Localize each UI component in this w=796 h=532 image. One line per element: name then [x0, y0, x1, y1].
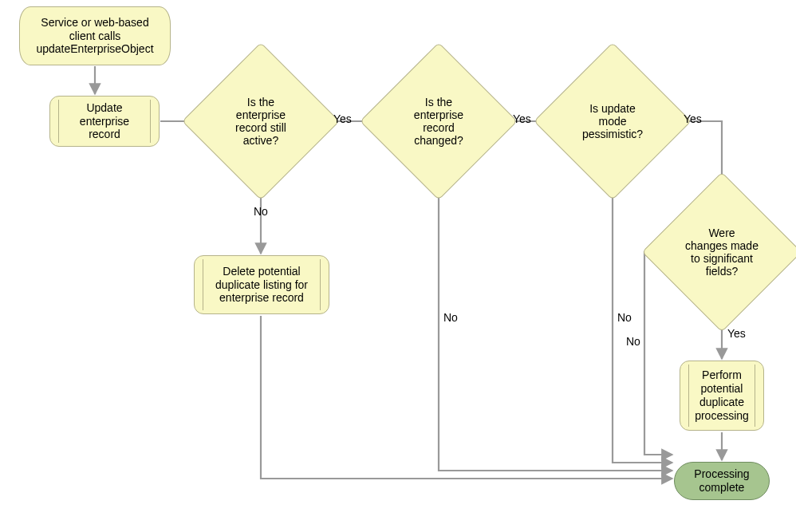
process-delete-duplicate-listing: Delete potentialduplicate listing forent…	[194, 255, 329, 314]
decision-record-changed: Is theenterpriserecordchanged?	[383, 65, 495, 177]
decision-record-active: Is theenterpriserecord stillactive?	[205, 65, 317, 177]
terminal-processing-complete: Processingcomplete	[674, 462, 770, 500]
decision-record-active-text: Is theenterpriserecord stillactive?	[235, 96, 286, 147]
process-delete-text: Delete potentialduplicate listing forent…	[215, 265, 308, 305]
decision-update-mode-pessimistic: Is updatemodepessimistic?	[557, 65, 668, 177]
process-update-enterprise-record: Updateenterpriserecord	[49, 96, 160, 147]
edge-label-changed-yes: Yes	[513, 112, 531, 125]
start-event: Service or web-basedclient callsupdateEn…	[19, 6, 171, 65]
edge-label-mode-no: No	[617, 311, 632, 324]
decision-significant-fields: Werechanges madeto significantfields?	[665, 195, 778, 309]
terminal-text: Processingcomplete	[694, 467, 749, 495]
process-perform-duplicate-processing: Performpotentialduplicateprocessing	[680, 361, 764, 431]
edge-label-sig-yes: Yes	[727, 327, 746, 340]
decision-significant-fields-text: Werechanges madeto significantfields?	[685, 227, 759, 278]
flowchart-canvas: Service or web-basedclient callsupdateEn…	[0, 0, 796, 532]
edge-label-sig-no: No	[626, 335, 640, 348]
decision-update-mode-text: Is updatemodepessimistic?	[582, 102, 643, 140]
edge-label-mode-yes: Yes	[684, 112, 702, 125]
start-event-text: Service or web-basedclient callsupdateEn…	[36, 16, 153, 56]
process-update-text: Updateenterpriserecord	[80, 101, 129, 141]
edge-label-active-no: No	[254, 205, 268, 218]
edge-label-active-yes: Yes	[333, 112, 352, 125]
edge-label-changed-no: No	[443, 311, 458, 324]
process-perform-text: Performpotentialduplicateprocessing	[695, 368, 749, 422]
decision-record-changed-text: Is theenterpriserecordchanged?	[414, 96, 463, 147]
